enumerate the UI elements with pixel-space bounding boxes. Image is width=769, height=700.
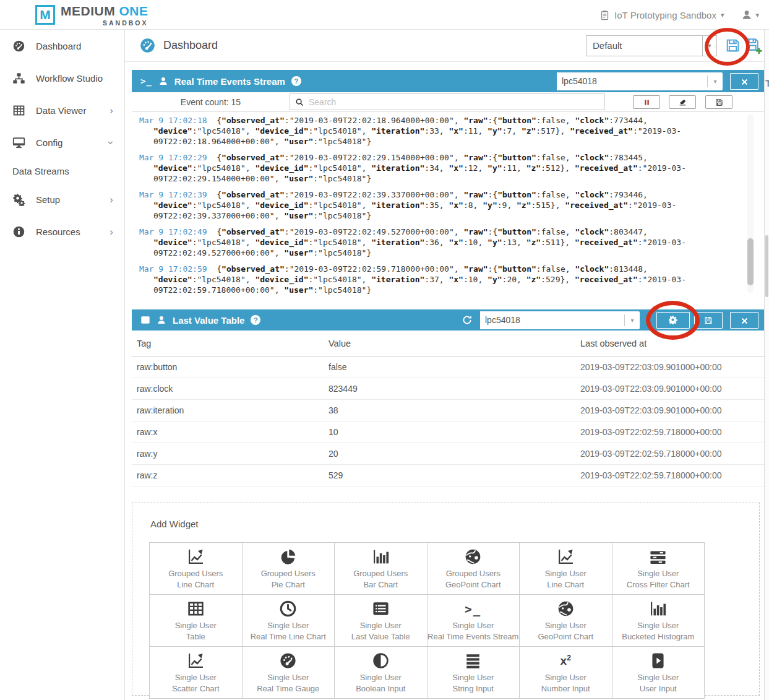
dashboard-gauge-icon bbox=[139, 37, 156, 54]
search-input[interactable] bbox=[309, 97, 599, 107]
dashboard-select-caret-button[interactable]: ▾ bbox=[702, 35, 717, 56]
cell-value: 823449 bbox=[329, 384, 580, 394]
widget-item-name: String Input bbox=[453, 683, 494, 694]
table-close-button[interactable] bbox=[730, 312, 758, 329]
cell-last-observed: 2019-03-09T22:03:09.901000+00:00 bbox=[580, 405, 764, 415]
stream-toolbar: Event count: 15 bbox=[132, 92, 764, 112]
dashboard-controls: ▾ bbox=[586, 35, 762, 56]
widget-grid-item[interactable]: Grouped UsersLine Chart bbox=[150, 543, 243, 595]
sidebar-item-workflow-studio[interactable]: Workflow Studio bbox=[0, 62, 124, 94]
log-scrollbar-thumb[interactable] bbox=[747, 238, 754, 285]
table-settings-button[interactable] bbox=[656, 312, 690, 329]
widget-item-name: Number Input bbox=[541, 683, 590, 694]
table-widget-header: Last Value Table ? ▾ bbox=[132, 309, 764, 331]
event-log[interactable]: Mar 9 17:02:18 {"observed_at":"2019-03-0… bbox=[132, 112, 764, 297]
pie-chart-icon bbox=[279, 547, 297, 567]
stream-close-button[interactable] bbox=[730, 73, 758, 90]
sidebar-item-config[interactable]: Config › bbox=[0, 126, 124, 158]
widget-grid-item[interactable]: Single UserReal Time Line Chart bbox=[243, 595, 335, 647]
cell-tag: raw:y bbox=[137, 449, 329, 459]
workspace-selector[interactable]: IoT Prototyping Sandbox bbox=[614, 10, 716, 20]
widget-grid-item[interactable]: Single UserGeoPoint Chart bbox=[520, 595, 612, 647]
save-dashboard-as-new-button[interactable] bbox=[745, 37, 762, 54]
widget-grid-item[interactable]: Single UserString Input bbox=[427, 647, 520, 699]
page-scrollbar-thumb[interactable] bbox=[765, 235, 768, 297]
widget-item-group: Single User bbox=[637, 568, 679, 579]
table-save-button[interactable] bbox=[694, 312, 723, 329]
widget-grid-item[interactable]: Single UserScatter Chart bbox=[150, 647, 243, 699]
sidebar-item-data-viewer[interactable]: Data Viewer › bbox=[0, 94, 124, 126]
widget-item-group: Single User bbox=[545, 672, 586, 683]
clipped-edge-text: T bbox=[765, 78, 769, 89]
table-device-input[interactable] bbox=[480, 311, 624, 329]
stream-search-box bbox=[290, 93, 605, 110]
widget-grid-item[interactable]: Grouped UsersGeoPoint Chart bbox=[427, 543, 520, 595]
widget-grid-item[interactable]: Single UserReal Time Gauge bbox=[243, 647, 335, 699]
cell-last-observed: 2019-03-09T22:02:59.718000+00:00 bbox=[580, 470, 764, 480]
cell-value: 529 bbox=[329, 470, 580, 480]
table-body: raw:buttonfalse2019-03-09T22:03:09.90100… bbox=[132, 356, 764, 486]
widget-grid-item[interactable]: >_Single UserReal Time Events Stream bbox=[427, 595, 520, 647]
widget-item-group: Grouped Users bbox=[353, 568, 408, 579]
widget-grid-item[interactable]: Single UserBucketed Histogram bbox=[612, 595, 705, 647]
sidebar-item-dashboard[interactable]: Dashboard bbox=[0, 30, 124, 62]
widget-item-name: Line Chart bbox=[177, 579, 214, 590]
cell-last-observed: 2019-03-09T22:03:09.901000+00:00 bbox=[580, 362, 764, 372]
dashboard-select-input[interactable] bbox=[586, 35, 702, 56]
pause-stream-button[interactable] bbox=[633, 95, 660, 109]
widget-grid-item[interactable]: Single UserBoolean Input bbox=[335, 647, 427, 699]
add-widget-panel: Add Widget Grouped UsersLine ChartGroupe… bbox=[132, 503, 760, 696]
search-icon bbox=[295, 98, 304, 106]
sidebar-item-setup[interactable]: Setup › bbox=[0, 183, 124, 215]
help-icon[interactable]: ? bbox=[291, 76, 301, 86]
caret-down-icon[interactable]: ▾ bbox=[624, 314, 640, 326]
widget-grid-item[interactable]: Single UserLast Value Table bbox=[335, 595, 427, 647]
line-chart-icon bbox=[187, 651, 205, 671]
stream-device-select: ▾ bbox=[557, 72, 723, 90]
widget-grid-item[interactable]: Single UserLine Chart bbox=[520, 543, 612, 595]
globe-icon bbox=[557, 599, 575, 619]
widget-item-name: GeoPoint Chart bbox=[538, 631, 593, 642]
widget-grid-item[interactable]: Grouped UsersPie Chart bbox=[243, 543, 335, 595]
clear-stream-button[interactable] bbox=[669, 95, 696, 109]
string-icon bbox=[464, 651, 482, 671]
refresh-icon[interactable] bbox=[462, 314, 473, 326]
caret-down-icon[interactable]: ▾ bbox=[707, 76, 723, 87]
widget-grid-item[interactable]: Grouped UsersBar Chart bbox=[335, 543, 427, 595]
stream-device-input[interactable] bbox=[557, 72, 707, 90]
workspace-caret-icon[interactable]: ▾ bbox=[721, 11, 724, 19]
widget-item-group: Single User bbox=[175, 620, 217, 631]
widget-item-name: Table bbox=[186, 631, 205, 642]
widget-item-group: Single User bbox=[452, 620, 494, 631]
event-log-entry: Mar 9 17:02:49 {"observed_at":"2019-03-0… bbox=[139, 227, 745, 258]
table-row: raw:x102019-03-09T22:02:59.718000+00:00 bbox=[132, 421, 764, 443]
column-header-value: Value bbox=[329, 339, 580, 348]
log-scrollbar[interactable] bbox=[747, 115, 754, 293]
widget-grid-item[interactable]: Single UserCross Filter Chart bbox=[612, 543, 705, 595]
sidebar-item-data-streams[interactable]: Data Streams bbox=[0, 158, 124, 183]
eraser-icon bbox=[679, 98, 687, 106]
save-stream-button[interactable] bbox=[705, 95, 732, 109]
logo-wordmark: MEDIUM ONE bbox=[61, 4, 148, 19]
widget-item-name: Last Value Table bbox=[351, 631, 410, 642]
line-chart-icon bbox=[187, 547, 205, 567]
sidebar-item-label: Resources bbox=[36, 227, 80, 237]
sidebar-item-label: Data Viewer bbox=[36, 105, 86, 116]
widget-grid-item[interactable]: Single UserTable bbox=[150, 595, 243, 647]
globe-icon bbox=[464, 547, 482, 567]
sidebar-item-label: Config bbox=[36, 137, 62, 148]
widget-item-name: Bucketed Histogram bbox=[622, 631, 694, 642]
widget-grid-item[interactable]: x2Single UserNumber Input bbox=[520, 647, 612, 699]
save-dashboard-button[interactable] bbox=[725, 38, 741, 53]
widget-item-group: Grouped Users bbox=[168, 568, 223, 579]
widget-item-name: Real Time Line Chart bbox=[251, 631, 326, 642]
sidebar-item-resources[interactable]: Resources › bbox=[0, 215, 124, 248]
medium-one-logo[interactable]: M MEDIUM ONE SANDBOX bbox=[35, 4, 148, 27]
widget-grid-item[interactable]: Single UserUser Input bbox=[612, 647, 705, 699]
stream-widget-header: >_ Real Time Events Stream ? ▾ bbox=[132, 70, 764, 92]
help-icon[interactable]: ? bbox=[251, 315, 260, 325]
user-menu[interactable]: ▾ bbox=[741, 9, 759, 20]
caret-down-icon: ▾ bbox=[708, 42, 711, 49]
cell-tag: raw:clock bbox=[137, 384, 329, 394]
cell-value: 10 bbox=[329, 427, 580, 437]
